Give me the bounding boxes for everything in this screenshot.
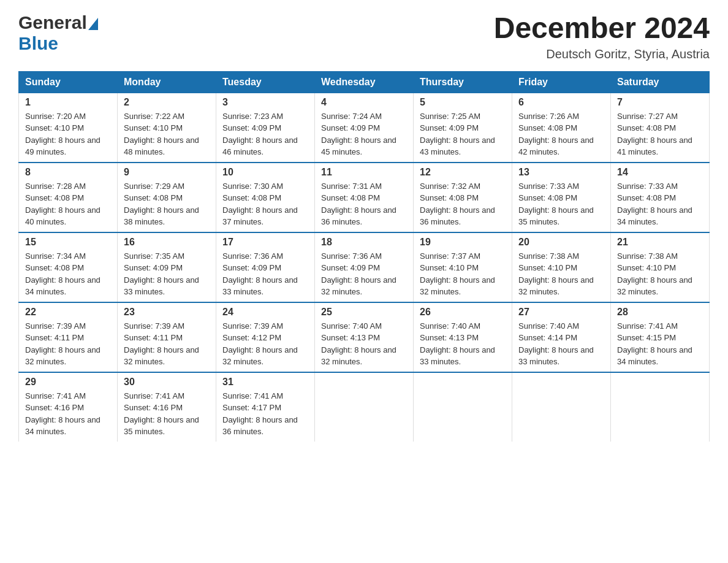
day-number: 2	[124, 97, 210, 108]
calendar-cell: 27 Sunrise: 7:40 AMSunset: 4:14 PMDaylig…	[512, 302, 611, 372]
calendar-cell: 19 Sunrise: 7:37 AMSunset: 4:10 PMDaylig…	[414, 232, 512, 302]
day-info: Sunrise: 7:22 AMSunset: 4:10 PMDaylight:…	[124, 112, 199, 157]
day-info: Sunrise: 7:41 AMSunset: 4:16 PMDaylight:…	[25, 391, 100, 437]
calendar-cell	[315, 372, 414, 442]
logo-general-text: General	[18, 12, 87, 33]
calendar-cell: 16 Sunrise: 7:35 AMSunset: 4:09 PMDaylig…	[118, 232, 216, 302]
calendar-cell: 13 Sunrise: 7:33 AMSunset: 4:08 PMDaylig…	[512, 163, 611, 232]
calendar-cell: 25 Sunrise: 7:40 AMSunset: 4:13 PMDaylig…	[315, 302, 414, 372]
day-number: 21	[617, 237, 703, 248]
week-row-5: 29 Sunrise: 7:41 AMSunset: 4:16 PMDaylig…	[19, 372, 710, 442]
day-info: Sunrise: 7:28 AMSunset: 4:08 PMDaylight:…	[25, 182, 100, 227]
day-number: 19	[420, 237, 506, 248]
calendar-cell: 31 Sunrise: 7:41 AMSunset: 4:17 PMDaylig…	[216, 372, 315, 442]
day-info: Sunrise: 7:40 AMSunset: 4:13 PMDaylight:…	[321, 321, 396, 367]
day-number: 13	[518, 167, 604, 178]
calendar-cell: 29 Sunrise: 7:41 AMSunset: 4:16 PMDaylig…	[19, 372, 118, 442]
day-info: Sunrise: 7:38 AMSunset: 4:10 PMDaylight:…	[617, 251, 692, 297]
header-saturday: Saturday	[611, 71, 710, 93]
day-number: 9	[124, 167, 210, 178]
day-number: 31	[222, 377, 308, 388]
calendar-cell: 2 Sunrise: 7:22 AMSunset: 4:10 PMDayligh…	[118, 93, 216, 163]
calendar-cell: 9 Sunrise: 7:29 AMSunset: 4:08 PMDayligh…	[118, 163, 216, 232]
calendar-cell: 20 Sunrise: 7:38 AMSunset: 4:10 PMDaylig…	[512, 232, 611, 302]
calendar-cell: 11 Sunrise: 7:31 AMSunset: 4:08 PMDaylig…	[315, 163, 414, 232]
calendar-cell: 3 Sunrise: 7:23 AMSunset: 4:09 PMDayligh…	[216, 93, 315, 163]
day-info: Sunrise: 7:36 AMSunset: 4:09 PMDaylight:…	[321, 251, 396, 297]
day-number: 5	[420, 97, 506, 108]
title-section: December 2024 Deutsch Goritz, Styria, Au…	[494, 12, 710, 61]
day-number: 17	[222, 237, 308, 248]
header-sunday: Sunday	[19, 71, 118, 93]
calendar-cell: 18 Sunrise: 7:36 AMSunset: 4:09 PMDaylig…	[315, 232, 414, 302]
day-info: Sunrise: 7:33 AMSunset: 4:08 PMDaylight:…	[518, 182, 594, 227]
day-number: 12	[420, 167, 506, 178]
logo: General Blue	[18, 12, 98, 54]
calendar-cell: 5 Sunrise: 7:25 AMSunset: 4:09 PMDayligh…	[414, 93, 512, 163]
header-wednesday: Wednesday	[315, 71, 414, 93]
day-number: 18	[321, 237, 407, 248]
calendar-cell: 15 Sunrise: 7:34 AMSunset: 4:08 PMDaylig…	[19, 232, 118, 302]
day-info: Sunrise: 7:39 AMSunset: 4:12 PMDaylight:…	[222, 321, 298, 367]
calendar-cell: 17 Sunrise: 7:36 AMSunset: 4:09 PMDaylig…	[216, 232, 315, 302]
calendar-cell: 14 Sunrise: 7:33 AMSunset: 4:08 PMDaylig…	[611, 163, 710, 232]
day-number: 26	[420, 307, 506, 318]
logo-arrow-icon	[88, 18, 98, 30]
day-number: 28	[617, 307, 703, 318]
day-info: Sunrise: 7:29 AMSunset: 4:08 PMDaylight:…	[124, 182, 199, 227]
week-row-2: 8 Sunrise: 7:28 AMSunset: 4:08 PMDayligh…	[19, 163, 710, 232]
day-number: 3	[222, 97, 308, 108]
day-info: Sunrise: 7:37 AMSunset: 4:10 PMDaylight:…	[420, 251, 495, 297]
day-info: Sunrise: 7:41 AMSunset: 4:15 PMDaylight:…	[617, 321, 692, 367]
calendar-cell: 23 Sunrise: 7:39 AMSunset: 4:11 PMDaylig…	[118, 302, 216, 372]
day-info: Sunrise: 7:39 AMSunset: 4:11 PMDaylight:…	[25, 321, 100, 367]
header-friday: Friday	[512, 71, 611, 93]
day-info: Sunrise: 7:26 AMSunset: 4:08 PMDaylight:…	[518, 112, 594, 157]
day-number: 23	[124, 307, 210, 318]
day-number: 14	[617, 167, 703, 178]
page-header: General Blue December 2024 Deutsch Gorit…	[18, 12, 710, 61]
day-number: 11	[321, 167, 407, 178]
day-number: 6	[518, 97, 604, 108]
day-number: 4	[321, 97, 407, 108]
day-info: Sunrise: 7:40 AMSunset: 4:13 PMDaylight:…	[420, 321, 495, 367]
calendar-cell: 12 Sunrise: 7:32 AMSunset: 4:08 PMDaylig…	[414, 163, 512, 232]
days-header-row: SundayMondayTuesdayWednesdayThursdayFrid…	[19, 71, 710, 93]
day-number: 8	[25, 167, 111, 178]
location-subtitle: Deutsch Goritz, Styria, Austria	[494, 47, 710, 61]
logo-blue-text: Blue	[18, 33, 58, 53]
day-info: Sunrise: 7:38 AMSunset: 4:10 PMDaylight:…	[518, 251, 594, 297]
day-number: 1	[25, 97, 111, 108]
week-row-3: 15 Sunrise: 7:34 AMSunset: 4:08 PMDaylig…	[19, 232, 710, 302]
day-number: 16	[124, 237, 210, 248]
calendar-cell: 8 Sunrise: 7:28 AMSunset: 4:08 PMDayligh…	[19, 163, 118, 232]
day-info: Sunrise: 7:20 AMSunset: 4:10 PMDaylight:…	[25, 112, 100, 157]
calendar-cell: 21 Sunrise: 7:38 AMSunset: 4:10 PMDaylig…	[611, 232, 710, 302]
calendar-table: SundayMondayTuesdayWednesdayThursdayFrid…	[18, 71, 710, 442]
day-number: 15	[25, 237, 111, 248]
day-number: 27	[518, 307, 604, 318]
day-number: 20	[518, 237, 604, 248]
header-thursday: Thursday	[414, 71, 512, 93]
day-info: Sunrise: 7:25 AMSunset: 4:09 PMDaylight:…	[420, 112, 495, 157]
day-info: Sunrise: 7:41 AMSunset: 4:17 PMDaylight:…	[222, 391, 298, 437]
calendar-cell: 6 Sunrise: 7:26 AMSunset: 4:08 PMDayligh…	[512, 93, 611, 163]
week-row-1: 1 Sunrise: 7:20 AMSunset: 4:10 PMDayligh…	[19, 93, 710, 163]
day-number: 25	[321, 307, 407, 318]
calendar-cell: 28 Sunrise: 7:41 AMSunset: 4:15 PMDaylig…	[611, 302, 710, 372]
header-monday: Monday	[118, 71, 216, 93]
day-info: Sunrise: 7:31 AMSunset: 4:08 PMDaylight:…	[321, 182, 396, 227]
day-info: Sunrise: 7:32 AMSunset: 4:08 PMDaylight:…	[420, 182, 495, 227]
calendar-cell	[512, 372, 611, 442]
day-info: Sunrise: 7:30 AMSunset: 4:08 PMDaylight:…	[222, 182, 298, 227]
day-info: Sunrise: 7:36 AMSunset: 4:09 PMDaylight:…	[222, 251, 298, 297]
day-info: Sunrise: 7:33 AMSunset: 4:08 PMDaylight:…	[617, 182, 692, 227]
calendar-cell	[414, 372, 512, 442]
calendar-cell: 4 Sunrise: 7:24 AMSunset: 4:09 PMDayligh…	[315, 93, 414, 163]
day-info: Sunrise: 7:24 AMSunset: 4:09 PMDaylight:…	[321, 112, 396, 157]
day-info: Sunrise: 7:23 AMSunset: 4:09 PMDaylight:…	[222, 112, 298, 157]
calendar-cell	[611, 372, 710, 442]
week-row-4: 22 Sunrise: 7:39 AMSunset: 4:11 PMDaylig…	[19, 302, 710, 372]
day-number: 29	[25, 377, 111, 388]
day-info: Sunrise: 7:39 AMSunset: 4:11 PMDaylight:…	[124, 321, 199, 367]
